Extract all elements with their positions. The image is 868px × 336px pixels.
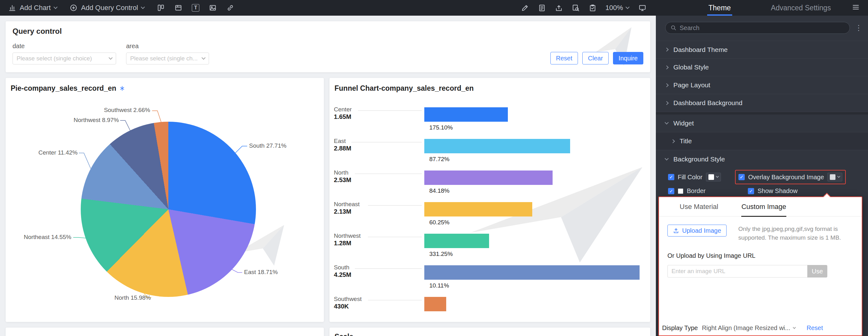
paintbrush-icon: [521, 4, 529, 12]
chevron-right-icon: [664, 65, 669, 69]
section-page-layout[interactable]: Page Layout: [656, 77, 868, 94]
style-brush-button[interactable]: [521, 4, 529, 12]
insert-text-button[interactable]: T: [192, 4, 199, 11]
funnel-bar[interactable]: [424, 234, 489, 248]
add-query-control-button[interactable]: Add Query Control: [69, 4, 144, 12]
pie-chart-widget[interactable]: Pie-company_sales_record_en Southwest 2.…: [6, 78, 324, 322]
section-global-style[interactable]: Global Style: [656, 59, 868, 77]
bottom-right-widget[interactable]: Scale: [330, 328, 650, 336]
funnel-category-label: East: [334, 138, 346, 145]
document-button[interactable]: [538, 4, 546, 12]
checklist-button[interactable]: [589, 4, 597, 12]
section-dashboard-background[interactable]: Dashboard Background: [656, 94, 868, 112]
reset-button[interactable]: Reset: [550, 52, 578, 64]
funnel-conversion-label: 10.11%: [429, 282, 449, 289]
pie-point-label: Northeast 14.55%: [24, 234, 71, 241]
insert-image-button[interactable]: [209, 4, 217, 12]
pie-point-label: Southwest 2.66%: [104, 107, 150, 114]
select-placeholder: Please select (single ch...: [130, 55, 197, 62]
funnel-category-label: Center: [334, 106, 352, 113]
display-type-dropdown[interactable]: Right Align (Image Resized wi...: [702, 325, 796, 332]
overlay-image-dropdown[interactable]: [827, 173, 842, 181]
funnel-conversion-label: 175.10%: [429, 124, 453, 131]
publish-button[interactable]: [555, 4, 563, 12]
funnel-bar[interactable]: [424, 139, 570, 153]
monitor-icon: [638, 4, 647, 12]
pie-point-label: East 18.71%: [244, 269, 278, 276]
funnel-bar[interactable]: [424, 297, 446, 311]
image-url-input[interactable]: [668, 265, 807, 277]
layout-tabs-button[interactable]: [174, 4, 182, 12]
add-query-control-label: Add Query Control: [81, 4, 138, 12]
color-swatch: [708, 174, 714, 180]
insert-link-button[interactable]: [226, 4, 235, 12]
panel-search[interactable]: [665, 22, 850, 34]
chevron-right-icon: [664, 101, 669, 105]
funnel-category-label: Northeast: [334, 201, 360, 208]
upload-image-button[interactable]: Upload Image: [668, 225, 726, 237]
funnel-leader-line: [358, 111, 422, 111]
search-input[interactable]: [680, 24, 844, 32]
section-background-style[interactable]: Background Style: [656, 150, 868, 168]
chevron-down-icon: [837, 175, 840, 178]
clear-button[interactable]: Clear: [582, 52, 609, 64]
show-shadow-checkbox[interactable]: ✓: [748, 188, 754, 194]
funnel-bar[interactable]: [424, 202, 532, 216]
popup-reset-link[interactable]: Reset: [807, 325, 823, 332]
funnel-category-label: Southwest: [334, 296, 362, 303]
fill-color-checkbox[interactable]: ✓: [668, 174, 674, 180]
funnel-bar[interactable]: [424, 265, 640, 280]
theme-panel: ⋮ Dashboard Theme Global Style Page Layo…: [656, 16, 868, 336]
display-type-value: Right Align (Image Resized wi...: [702, 325, 790, 332]
tab-custom-image[interactable]: Custom Image: [741, 197, 786, 216]
panel-menu-button[interactable]: [852, 3, 860, 12]
funnel-leader-line: [355, 268, 422, 269]
chevron-down-icon: [54, 5, 58, 9]
section-label: Title: [680, 138, 692, 145]
tab-advanced-settings[interactable]: Advanced Settings: [771, 0, 831, 16]
tab-theme[interactable]: Theme: [708, 0, 731, 16]
border-color-swatch[interactable]: [678, 188, 683, 194]
pie-point-label: Northwest 8.97%: [73, 117, 119, 124]
inquire-button[interactable]: Inquire: [613, 52, 643, 64]
zoom-control[interactable]: 100%: [606, 4, 629, 12]
funnel-value-label: 2.13M: [334, 208, 351, 215]
panel-more-button[interactable]: ⋮: [855, 26, 862, 29]
funnel-value-label: 2.53M: [334, 177, 351, 184]
zoom-value: 100%: [606, 4, 623, 12]
bottom-left-widget[interactable]: [6, 328, 324, 336]
section-widget-title[interactable]: Title: [656, 132, 868, 150]
funnel-chart-widget[interactable]: Funnel Chart-company_sales_record_en Cen…: [330, 78, 650, 322]
fill-color-swatch-dropdown[interactable]: [706, 173, 721, 181]
section-label: Global Style: [673, 63, 709, 71]
document-icon: [538, 4, 546, 12]
section-label: Page Layout: [673, 81, 710, 89]
preview-button[interactable]: [572, 4, 580, 12]
presentation-button[interactable]: [638, 4, 647, 12]
section-widget[interactable]: Widget: [656, 115, 868, 132]
area-select[interactable]: Please select (single ch...: [126, 53, 209, 64]
funnel-bar[interactable]: [424, 171, 553, 185]
tab-label: Use Material: [680, 203, 718, 211]
funnel-conversion-label: 331.25%: [429, 251, 453, 257]
use-url-button[interactable]: Use: [807, 265, 827, 277]
date-select[interactable]: Please select (single choice): [12, 53, 116, 64]
tab-label: Custom Image: [741, 203, 786, 211]
section-label: Background Style: [673, 155, 725, 163]
overlay-background-image-checkbox[interactable]: ✓: [739, 174, 745, 180]
tab-use-material[interactable]: Use Material: [680, 197, 718, 216]
section-dashboard-theme[interactable]: Dashboard Theme: [656, 41, 868, 59]
funnel-bar[interactable]: [424, 107, 508, 122]
add-chart-button[interactable]: Add Chart: [8, 4, 57, 12]
layout-columns-button[interactable]: [157, 4, 165, 12]
field-label: date: [12, 42, 116, 50]
drill-icon[interactable]: [119, 85, 125, 91]
border-checkbox[interactable]: ✓: [668, 188, 674, 194]
pie-chart[interactable]: [81, 122, 256, 297]
funnel-conversion-label: 84.18%: [429, 187, 450, 194]
query-control-widget[interactable]: Query control date Please select (single…: [6, 21, 650, 72]
text-icon: T: [192, 4, 199, 11]
image-swatch: [830, 174, 835, 180]
funnel-leader-line: [368, 300, 422, 300]
funnel-leader-line: [355, 174, 422, 174]
